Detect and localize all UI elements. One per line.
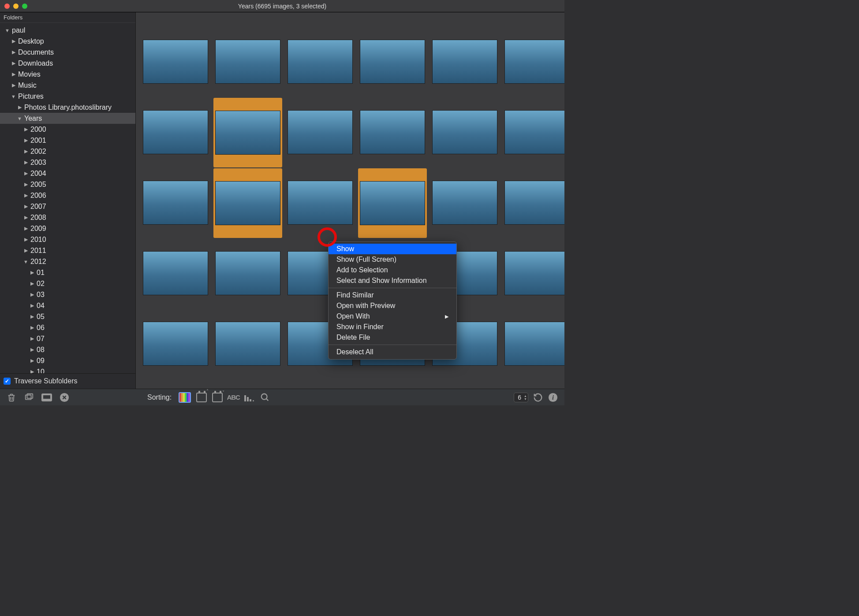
disclosure-right-icon[interactable]: ▶ bbox=[29, 336, 35, 341]
folder-item[interactable]: ▶Desktop bbox=[0, 36, 135, 47]
disclosure-right-icon[interactable]: ▶ bbox=[29, 270, 35, 275]
traverse-subfolders-checkbox[interactable]: ✓ bbox=[4, 378, 11, 385]
minimize-window-button[interactable] bbox=[13, 4, 19, 9]
folder-item[interactable]: ▶2000 bbox=[0, 124, 135, 135]
thumbnail[interactable] bbox=[360, 181, 425, 225]
disclosure-right-icon[interactable]: ▶ bbox=[29, 358, 35, 364]
thumbnail[interactable] bbox=[360, 40, 425, 84]
disclosure-right-icon[interactable]: ▶ bbox=[23, 137, 29, 143]
thumbnail-selected[interactable] bbox=[358, 168, 427, 238]
folder-item[interactable]: ▶08 bbox=[0, 344, 135, 355]
menu-item[interactable]: Add to Selection bbox=[329, 265, 456, 275]
thumbnail[interactable] bbox=[215, 111, 280, 155]
disclosure-right-icon[interactable]: ▶ bbox=[11, 49, 16, 55]
folder-item[interactable]: ▶2005 bbox=[0, 179, 135, 190]
thumbnail[interactable] bbox=[143, 110, 208, 154]
disclosure-right-icon[interactable]: ▶ bbox=[23, 237, 29, 242]
menu-item[interactable]: Select and Show Information bbox=[329, 275, 456, 286]
folder-item[interactable]: ▶07 bbox=[0, 333, 135, 344]
disclosure-right-icon[interactable]: ▶ bbox=[29, 325, 35, 330]
folder-item[interactable]: ▼Pictures bbox=[0, 91, 135, 102]
folder-item[interactable]: ▶06 bbox=[0, 322, 135, 333]
disclosure-right-icon[interactable]: ▶ bbox=[11, 38, 16, 44]
disclosure-right-icon[interactable]: ▶ bbox=[29, 303, 35, 308]
folder-item[interactable]: ▶2011 bbox=[0, 245, 135, 256]
menu-item[interactable]: Deselect All bbox=[329, 347, 456, 357]
thumbnail[interactable] bbox=[215, 40, 280, 84]
disclosure-right-icon[interactable]: ▶ bbox=[29, 369, 35, 373]
thumbnail[interactable] bbox=[215, 322, 280, 366]
sort-rating-icon[interactable] bbox=[244, 392, 254, 403]
folder-item[interactable]: ▶02 bbox=[0, 278, 135, 289]
menu-item[interactable]: Show bbox=[329, 244, 456, 254]
folder-item[interactable]: ▶Documents bbox=[0, 47, 135, 58]
folder-item[interactable]: ▶Downloads bbox=[0, 58, 135, 69]
folder-item[interactable]: ▶2007 bbox=[0, 201, 135, 212]
thumbnail[interactable] bbox=[143, 251, 208, 295]
thumbnail[interactable] bbox=[432, 40, 497, 84]
thumbnail[interactable] bbox=[215, 181, 280, 225]
disclosure-right-icon[interactable]: ▶ bbox=[17, 104, 22, 110]
menu-item[interactable]: Open With▶ bbox=[329, 311, 456, 322]
disclosure-right-icon[interactable]: ▶ bbox=[23, 193, 29, 198]
stepper-down-icon[interactable]: ▼ bbox=[524, 397, 527, 401]
menu-item[interactable]: Show (Full Screen) bbox=[329, 254, 456, 265]
disclosure-right-icon[interactable]: ▶ bbox=[23, 160, 29, 165]
folder-item[interactable]: ▶2001 bbox=[0, 135, 135, 146]
menu-item[interactable]: Find Similar bbox=[329, 290, 456, 301]
sort-by-similarity-icon[interactable] bbox=[179, 392, 191, 403]
trash-icon[interactable] bbox=[6, 392, 17, 403]
disclosure-down-icon[interactable]: ▼ bbox=[4, 28, 10, 33]
disclosure-right-icon[interactable]: ▶ bbox=[23, 171, 29, 176]
disclosure-right-icon[interactable]: ▶ bbox=[23, 204, 29, 209]
folder-item[interactable]: ▶03 bbox=[0, 289, 135, 300]
disclosure-right-icon[interactable]: ▶ bbox=[23, 182, 29, 187]
menu-item[interactable]: Delete File bbox=[329, 332, 456, 343]
disclosure-right-icon[interactable]: ▶ bbox=[23, 148, 29, 154]
folder-item[interactable]: ▶2009 bbox=[0, 223, 135, 234]
menu-item[interactable]: Open with Preview bbox=[329, 301, 456, 311]
refresh-icon[interactable] bbox=[533, 392, 543, 403]
menu-item[interactable]: Show in Finder bbox=[329, 322, 456, 332]
folder-item[interactable]: ▶2006 bbox=[0, 190, 135, 201]
folder-item[interactable]: ▶Music bbox=[0, 80, 135, 91]
disclosure-right-icon[interactable]: ▶ bbox=[23, 126, 29, 132]
folder-item[interactable]: ▶2008 bbox=[0, 212, 135, 223]
thumbnail[interactable] bbox=[504, 322, 564, 366]
sort-date-desc-icon[interactable]: ˅ bbox=[212, 392, 223, 403]
zoom-window-button[interactable] bbox=[22, 4, 27, 9]
folder-item[interactable]: ▶Photos Library.photoslibrary bbox=[0, 102, 135, 113]
screen-icon[interactable] bbox=[41, 392, 52, 403]
folder-item[interactable]: ▶05 bbox=[0, 311, 135, 322]
thumbnail[interactable] bbox=[215, 251, 280, 295]
folder-item[interactable]: ▼paul bbox=[0, 25, 135, 36]
thumbnail[interactable] bbox=[504, 181, 564, 225]
disclosure-right-icon[interactable]: ▶ bbox=[23, 215, 29, 220]
disclosure-down-icon[interactable]: ▼ bbox=[17, 116, 22, 121]
folder-item[interactable]: ▶2004 bbox=[0, 168, 135, 179]
info-icon[interactable]: i bbox=[548, 392, 558, 403]
thumbnail-size-stepper[interactable]: 6 ▲▼ bbox=[514, 393, 528, 402]
disclosure-down-icon[interactable]: ▼ bbox=[23, 259, 29, 264]
disclosure-right-icon[interactable]: ▶ bbox=[29, 314, 35, 319]
folder-item[interactable]: ▶09 bbox=[0, 355, 135, 366]
disclosure-right-icon[interactable]: ▶ bbox=[23, 226, 29, 231]
disclosure-right-icon[interactable]: ▶ bbox=[11, 82, 16, 88]
disclosure-right-icon[interactable]: ▶ bbox=[29, 281, 35, 286]
folder-item[interactable]: ▼Years bbox=[0, 113, 135, 124]
folder-item[interactable]: ▶2003 bbox=[0, 157, 135, 168]
context-menu[interactable]: ShowShow (Full Screen)Add to SelectionSe… bbox=[328, 241, 457, 360]
folder-item[interactable]: ▶04 bbox=[0, 300, 135, 311]
thumbnail[interactable] bbox=[288, 40, 353, 84]
thumbnail[interactable] bbox=[143, 40, 208, 84]
thumbnail-selected[interactable] bbox=[213, 168, 282, 238]
thumbnail[interactable] bbox=[432, 110, 497, 154]
sort-date-asc-icon[interactable]: ˄ bbox=[196, 392, 207, 403]
disclosure-down-icon[interactable]: ▼ bbox=[11, 94, 16, 99]
thumbnail[interactable] bbox=[360, 110, 425, 154]
thumbnail[interactable] bbox=[504, 110, 564, 154]
search-icon[interactable] bbox=[260, 392, 270, 403]
folder-item[interactable]: ▼2012 bbox=[0, 256, 135, 267]
folder-item[interactable]: ▶10 bbox=[0, 366, 135, 373]
thumbnail[interactable] bbox=[143, 181, 208, 225]
